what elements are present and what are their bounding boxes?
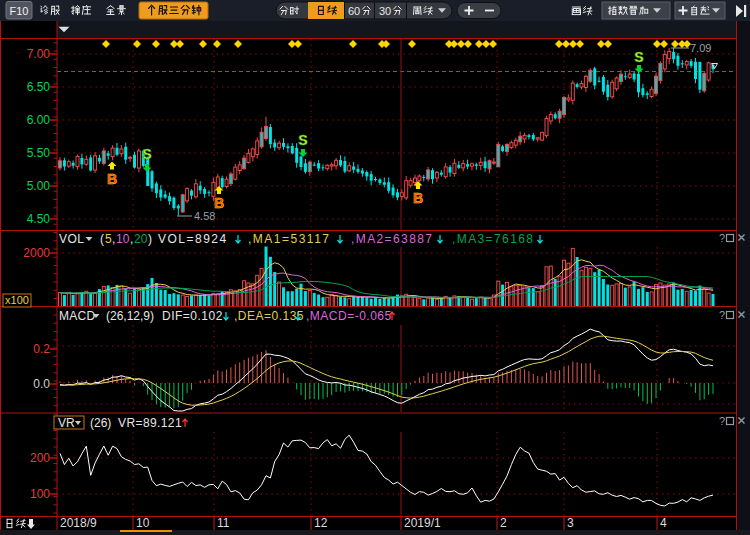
svg-text:): )	[148, 232, 152, 246]
svg-text:10: 10	[116, 232, 130, 246]
svg-text:(26): (26)	[90, 416, 111, 430]
svg-text:F10: F10	[10, 5, 29, 17]
svg-text:(: (	[100, 232, 104, 246]
svg-text:,: ,	[130, 232, 133, 246]
svg-text:,MA3=76168: ,MA3=76168	[452, 232, 534, 246]
svg-text:VOL=8924: VOL=8924	[158, 232, 228, 246]
svg-text:S: S	[634, 49, 643, 65]
svg-text:B: B	[413, 190, 423, 206]
svg-text:6.50: 6.50	[27, 80, 51, 94]
svg-text:0.2: 0.2	[33, 342, 50, 356]
svg-text:2019/1: 2019/1	[404, 516, 441, 530]
svg-text:x100: x100	[5, 294, 29, 306]
svg-text:3: 3	[567, 516, 574, 530]
svg-text:,: ,	[112, 232, 115, 246]
svg-text:11: 11	[217, 516, 230, 530]
svg-text:7.09: 7.09	[690, 42, 711, 54]
svg-text:2: 2	[500, 516, 507, 530]
svg-text:MACD: MACD	[59, 309, 96, 323]
svg-text:12: 12	[314, 516, 328, 530]
svg-text:60: 60	[348, 5, 360, 17]
svg-text:5.00: 5.00	[27, 179, 51, 193]
svg-text:?: ?	[719, 232, 725, 244]
svg-text:7.00: 7.00	[27, 47, 51, 61]
svg-text:DIF=0.102: DIF=0.102	[162, 309, 223, 323]
svg-text:0.0: 0.0	[33, 377, 50, 391]
svg-text:4.50: 4.50	[27, 212, 51, 226]
svg-text:S: S	[142, 146, 151, 162]
svg-text:,DEA=0.135: ,DEA=0.135	[234, 309, 304, 323]
svg-text:S: S	[298, 132, 307, 148]
svg-text:,MACD=-0.065: ,MACD=-0.065	[306, 309, 392, 323]
svg-text:2018/9: 2018/9	[60, 516, 97, 530]
svg-text:100: 100	[30, 487, 50, 501]
svg-text:(26,12,9): (26,12,9)	[106, 309, 154, 323]
svg-text:5: 5	[105, 232, 112, 246]
svg-text:?: ?	[719, 415, 725, 427]
svg-text:30: 30	[379, 5, 391, 17]
svg-text:6.00: 6.00	[27, 113, 51, 127]
svg-text:20: 20	[134, 232, 148, 246]
svg-text:5.50: 5.50	[27, 146, 51, 160]
svg-text:?: ?	[719, 309, 725, 321]
svg-text:VOL: VOL	[59, 232, 84, 246]
svg-text:4: 4	[660, 516, 667, 530]
svg-text:B: B	[214, 195, 224, 211]
svg-text:,MA2=63887: ,MA2=63887	[351, 232, 433, 246]
svg-text:B: B	[107, 171, 117, 187]
svg-text:,MA1=53117: ,MA1=53117	[248, 232, 331, 246]
svg-text:VR=89.121: VR=89.121	[118, 416, 182, 430]
svg-text:2000: 2000	[23, 246, 50, 260]
svg-text:VR: VR	[58, 416, 75, 430]
svg-text:4.58: 4.58	[194, 210, 215, 222]
svg-text:10: 10	[136, 516, 150, 530]
svg-text:200: 200	[30, 451, 50, 465]
